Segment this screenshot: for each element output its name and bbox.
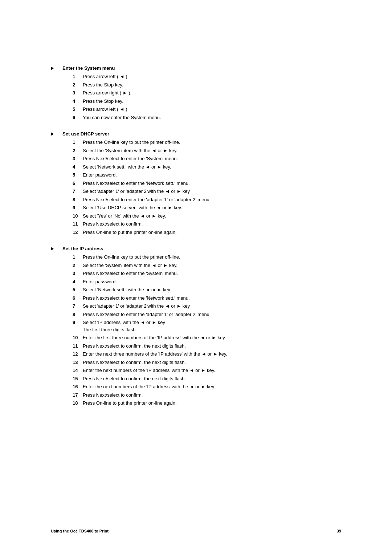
list-item: 8Press Next/select to enter the 'adapter… [73,196,341,203]
step-text: Select the 'System' item with the ◄ or ►… [83,262,341,269]
step-number: 4 [73,98,83,105]
step-text: Press Next/select to enter the 'adapter … [83,311,341,318]
steps-list: 1Press the On-line key to put the printe… [73,139,341,236]
step-number: 11 [73,343,83,350]
step-number: 16 [73,383,83,390]
list-item: 13Press Next/select to confirm, the next… [73,359,341,366]
step-number: 2 [73,147,83,154]
step-text: Press the On-line key to put the printer… [83,139,341,146]
step-text: Enter password. [83,278,341,285]
list-item: 2Select the 'System' item with the ◄ or … [73,147,341,154]
list-item: 2Press the Stop key. [73,81,341,89]
step-text: Press the Stop key. [83,98,341,105]
step-number: 1 [73,139,83,146]
list-item: 6Press Next/select to enter the 'Network… [73,295,341,302]
step-number: 11 [73,220,83,228]
list-item: 9Select 'Use DHCP server.' with the ◄ or… [73,204,341,211]
step-number: 3 [73,89,83,97]
section-header-set-use-dhcp-server: Set use DHCP server [51,131,341,137]
list-item: 9Select 'IP address' with the ◄ or ► key… [73,319,341,333]
step-number: 10 [73,212,83,220]
step-number: 2 [73,262,83,269]
list-item: 14Enter the next numbers of the 'IP addr… [73,367,341,374]
step-number: 18 [73,400,83,407]
list-item: 3Press Next/select to enter the 'System'… [73,155,341,162]
step-text: You can now enter the System menu. [83,114,341,121]
list-item: 12Press On-line to put the printer on-li… [73,229,341,236]
list-item: 8Press Next/select to enter the 'adapter… [73,311,341,318]
step-text: Press On-line to put the printer on-line… [83,229,341,236]
step-number: 10 [73,334,83,341]
list-item: 2Select the 'System' item with the ◄ or … [73,262,341,269]
step-text: Select the 'System' item with the ◄ or ►… [83,147,341,154]
list-item: 11Press Next/select to confirm. [73,220,341,228]
step-text: Enter the next three numbers of the 'IP … [83,351,341,358]
step-number: 6 [73,180,83,187]
step-text: Press Next/select to confirm, the next d… [83,343,341,350]
step-number: 8 [73,311,83,318]
list-item: 4Press the Stop key. [73,98,341,105]
step-text: Press Next/select to confirm, the next d… [83,359,341,366]
step-number: 6 [73,114,83,121]
step-text: Select 'IP address' with the ◄ or ► keyT… [83,319,341,333]
step-text: Select 'adapter 1' or 'adapter 2'with th… [83,303,341,310]
list-item: 7Select 'adapter 1' or 'adapter 2'with t… [73,188,341,195]
list-item: 5Select 'Network sett.' with the ◄ or ► … [73,286,341,293]
step-number: 4 [73,278,83,285]
step-text: Press Next/select to enter the 'Network … [83,295,341,302]
step-text: Enter the next numbers of the 'IP addres… [83,367,341,374]
step-text: Select 'Yes' or 'No' with the ◄ or ► key… [83,212,341,220]
list-item: 3Press arrow right ( ► ). [73,89,341,97]
steps-list: 1Press the On-line key to put the printe… [73,254,341,407]
step-number: 1 [73,73,83,80]
triangle-icon [51,132,54,136]
step-number: 5 [73,286,83,293]
step-number: 3 [73,270,83,277]
step-number: 12 [73,351,83,358]
step-number: 14 [73,367,83,374]
step-text: Press Next/select to confirm, the next d… [83,375,341,382]
step-number: 1 [73,254,83,261]
step-number: 4 [73,163,83,171]
step-number: 8 [73,196,83,203]
list-item: 6You can now enter the System menu. [73,114,341,121]
step-text: Enter the next numbers of the 'IP addres… [83,383,341,390]
step-number: 7 [73,303,83,310]
step-text: Select 'Use DHCP server.' with the ◄ or … [83,204,341,211]
step-text: Enter the first three numbers of the 'IP… [83,334,341,341]
list-item: 7Select 'adapter 1' or 'adapter 2'with t… [73,303,341,310]
list-item: 1Press the On-line key to put the printe… [73,139,341,146]
section-set-ip-address: Set the IP address1Press the On-line key… [51,246,341,407]
step-text: Press Next/select to confirm. [83,392,341,399]
section-title: Enter the System menu [62,65,115,71]
list-item: 12Enter the next three numbers of the 'I… [73,351,341,358]
list-item: 1Press the On-line key to put the printe… [73,254,341,261]
section-title: Set use DHCP server [62,131,109,137]
step-number: 7 [73,188,83,195]
list-item: 3Press Next/select to enter the 'System'… [73,270,341,277]
step-text: Press Next/select to enter the 'adapter … [83,196,341,203]
step-number: 2 [73,81,83,89]
step-text: Enter password. [83,171,341,179]
step-text: Press Next/select to confirm. [83,220,341,228]
step-text: Press the Stop key. [83,81,341,89]
step-text: Select 'adapter 1' or 'adapter 2'with th… [83,188,341,195]
list-item: 5Press arrow left ( ◄ ). [73,106,341,113]
list-item: 10Enter the first three numbers of the '… [73,334,341,341]
list-item: 4Select 'Network sett.' with the ◄ or ► … [73,163,341,171]
step-number: 17 [73,392,83,399]
step-text: Press Next/select to enter the 'System' … [83,270,341,277]
footer-right: 39 [337,529,341,533]
triangle-icon [51,247,54,251]
step-number: 5 [73,171,83,179]
list-item: 4Enter password. [73,278,341,285]
page-content: Enter the System menu1Press arrow left (… [51,65,341,407]
step-number: 12 [73,229,83,236]
list-item: 1Press arrow left ( ◄ ). [73,73,341,80]
section-set-use-dhcp-server: Set use DHCP server1Press the On-line ke… [51,131,341,236]
section-enter-system-menu: Enter the System menu1Press arrow left (… [51,65,341,121]
section-title: Set the IP address [62,246,103,251]
step-text: Press the On-line key to put the printer… [83,254,341,261]
steps-list: 1Press arrow left ( ◄ ).2Press the Stop … [73,73,341,121]
triangle-icon [51,66,54,70]
